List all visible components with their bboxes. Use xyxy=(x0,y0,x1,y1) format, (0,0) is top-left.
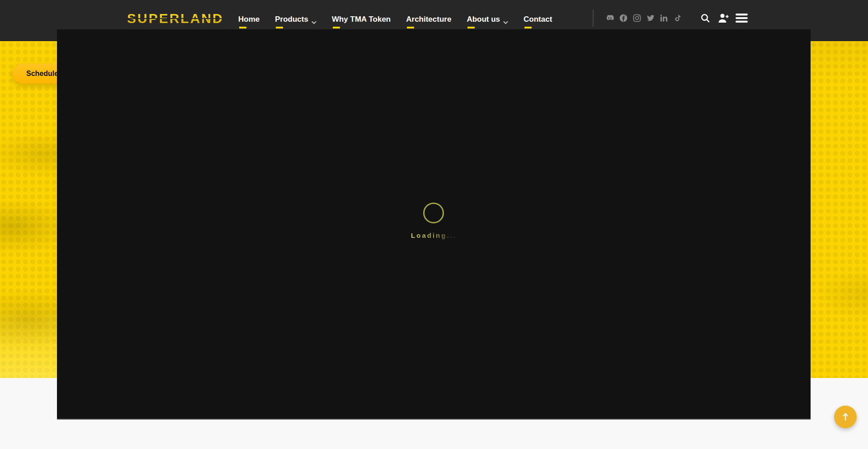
chevron-down-icon xyxy=(311,18,316,27)
tiktok-icon[interactable] xyxy=(671,12,684,24)
facebook-icon[interactable] xyxy=(617,12,630,24)
arrow-up-icon xyxy=(842,412,849,422)
loader: Loading... xyxy=(411,203,457,239)
header-divider xyxy=(593,9,594,27)
hamburger-menu-icon xyxy=(736,13,748,24)
linkedin-icon[interactable] xyxy=(657,12,671,24)
search-icon xyxy=(700,13,711,25)
schedule-label: Schedule xyxy=(26,70,58,77)
brand-logo[interactable]: SUPERLAND xyxy=(127,12,224,25)
loading-spinner-icon xyxy=(423,203,444,223)
nav-item-about-us[interactable]: About us xyxy=(467,15,508,27)
loading-text: Loading... xyxy=(411,232,457,239)
discord-icon[interactable] xyxy=(603,12,617,24)
nav-item-home[interactable]: Home xyxy=(238,15,259,27)
hero-loading-panel: Loading... xyxy=(57,29,811,420)
social-links xyxy=(603,12,684,24)
nav-label: Home xyxy=(238,15,259,24)
nav-item-products[interactable]: Products xyxy=(275,15,316,27)
main-nav: Home Products Why TMA Token Architecture… xyxy=(238,15,567,27)
add-user-button[interactable] xyxy=(716,11,731,26)
nav-label: Contact xyxy=(524,15,552,24)
nav-label: Products xyxy=(275,15,308,24)
search-button[interactable] xyxy=(698,11,713,26)
instagram-icon[interactable] xyxy=(630,12,644,24)
left-deco-waves xyxy=(0,41,57,378)
nav-label: Architecture xyxy=(406,15,451,24)
right-deco-waves xyxy=(811,41,868,378)
nav-label: About us xyxy=(467,15,500,24)
twitter-icon[interactable] xyxy=(644,12,657,24)
scroll-to-top-button[interactable] xyxy=(834,406,857,428)
nav-item-architecture[interactable]: Architecture xyxy=(406,15,451,27)
nav-item-contact[interactable]: Contact xyxy=(524,15,552,27)
header-actions xyxy=(695,11,749,26)
nav-item-why-tma-token[interactable]: Why TMA Token xyxy=(332,15,391,27)
menu-button[interactable] xyxy=(734,11,749,26)
nav-label: Why TMA Token xyxy=(332,15,391,24)
add-user-icon xyxy=(717,12,730,25)
chevron-down-icon xyxy=(503,18,508,27)
